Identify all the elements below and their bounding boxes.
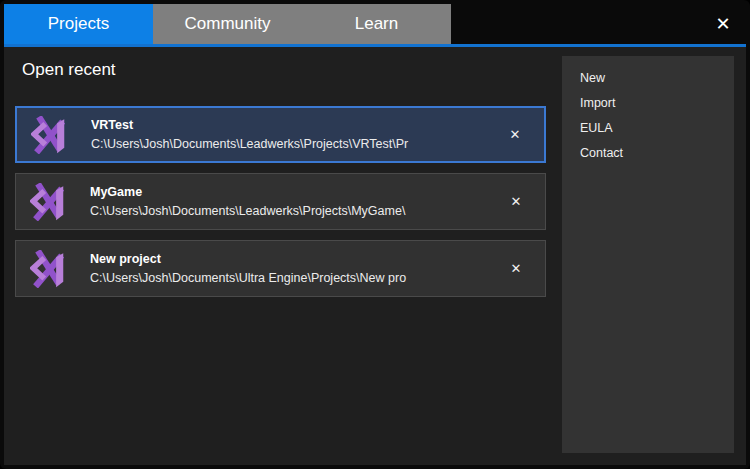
project-row-vrtest[interactable]: VRTest C:\Users\Josh\Documents\Leadwerks… (15, 106, 546, 163)
recent-projects-list: VRTest C:\Users\Josh\Documents\Leadwerks… (15, 106, 546, 307)
tab-community[interactable]: Community (153, 4, 302, 44)
project-path: C:\Users\Josh\Documents\Leadwerks\Projec… (90, 204, 499, 218)
project-name: New project (90, 252, 499, 266)
project-name: VRTest (91, 118, 498, 132)
visual-studio-icon (31, 116, 69, 154)
tab-bar: Projects Community Learn (4, 4, 746, 44)
project-row-new-project[interactable]: New project C:\Users\Josh\Documents\Ultr… (15, 240, 546, 297)
project-path: C:\Users\Josh\Documents\Leadwerks\Projec… (91, 137, 498, 151)
tab-learn[interactable]: Learn (302, 4, 451, 44)
window-close-button[interactable]: ✕ (704, 4, 742, 44)
page-title: Open recent (22, 60, 116, 80)
visual-studio-icon (30, 250, 68, 288)
remove-project-icon[interactable]: ✕ (506, 127, 524, 142)
visual-studio-icon (30, 183, 68, 221)
project-name: MyGame (90, 185, 499, 199)
tab-projects[interactable]: Projects (4, 4, 153, 44)
actions-panel: New Import EULA Contact (562, 56, 734, 453)
remove-project-icon[interactable]: ✕ (507, 261, 525, 276)
remove-project-icon[interactable]: ✕ (507, 194, 525, 209)
menu-item-eula[interactable]: EULA (562, 116, 734, 141)
project-path: C:\Users\Josh\Documents\Ultra Engine\Pro… (90, 271, 499, 285)
launcher-window: Projects Community Learn ✕ Open recent V… (0, 0, 750, 469)
project-info: MyGame C:\Users\Josh\Documents\Leadwerks… (90, 185, 499, 218)
project-info: VRTest C:\Users\Josh\Documents\Leadwerks… (91, 118, 498, 151)
project-info: New project C:\Users\Josh\Documents\Ultr… (90, 252, 499, 285)
menu-item-import[interactable]: Import (562, 91, 734, 116)
menu-item-new[interactable]: New (562, 66, 734, 91)
close-icon: ✕ (715, 13, 730, 35)
project-row-mygame[interactable]: MyGame C:\Users\Josh\Documents\Leadwerks… (15, 173, 546, 230)
menu-item-contact[interactable]: Contact (562, 141, 734, 166)
projects-page: Open recent VRTest C:\Users\Josh\Documen… (4, 47, 746, 465)
